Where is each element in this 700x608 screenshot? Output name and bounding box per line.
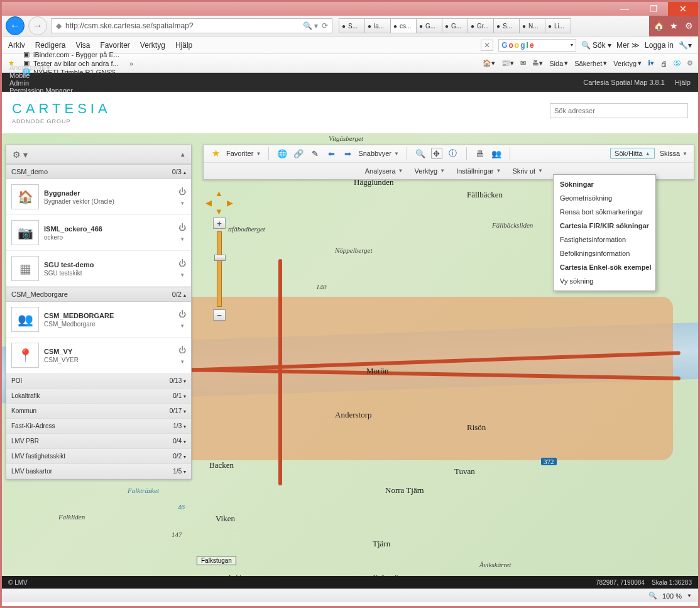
search-icon[interactable]: 🔍 xyxy=(303,21,312,30)
layer-group-collapsed[interactable]: LMV PBR0/4 ▾ xyxy=(6,434,191,449)
browser-tab[interactable]: ● N... xyxy=(519,18,545,33)
mail-tool-icon[interactable]: ✉ xyxy=(520,59,526,67)
gear-tool-icon[interactable]: ⚙ xyxy=(687,59,693,67)
power-icon[interactable]: ⏻ xyxy=(178,346,186,355)
browser-tab[interactable]: ● cs... xyxy=(390,18,417,33)
browser-tab[interactable]: ● la... xyxy=(364,18,391,33)
app-nav-item[interactable]: Ändra profil ▾ xyxy=(9,64,73,72)
chevron-down-icon[interactable]: ▾ xyxy=(181,236,184,242)
chevron-down-icon[interactable]: ▾ xyxy=(181,323,184,329)
window-close-button[interactable]: ✕ xyxy=(668,2,698,16)
power-icon[interactable]: ⏻ xyxy=(178,187,186,196)
security-tool[interactable]: Säkerhet ▾ xyxy=(574,59,607,67)
previous-extent-icon[interactable]: ⬅ xyxy=(325,148,337,159)
gear-icon[interactable]: ⚙ ▾ xyxy=(13,150,28,160)
link-icon[interactable]: 🔗 xyxy=(293,148,304,159)
refresh-icon[interactable]: ⟳ xyxy=(320,21,329,30)
layer-group-collapsed[interactable]: LMV fastighetsskikt0/2 ▾ xyxy=(6,449,191,464)
extra-tool-icon-1[interactable]: 🖨 xyxy=(660,60,667,67)
layer-item[interactable]: 🏠ByggnaderBygnader vektor (Oracle)⏻▾ xyxy=(6,179,191,215)
pan-up-icon[interactable]: ▲ xyxy=(215,189,223,198)
share-icon[interactable]: 👥 xyxy=(491,148,502,159)
layer-group-collapsed[interactable]: Kommun0/17 ▾ xyxy=(6,404,191,419)
help-tool-icon[interactable]: ℹ▾ xyxy=(648,59,654,67)
layer-group-header[interactable]: CSM_Medborgare0/2 ▴ xyxy=(6,287,191,302)
browser-menu-item[interactable]: Arkiv xyxy=(8,41,25,50)
zoom-icon[interactable]: 🔍 xyxy=(648,592,657,600)
dropdown-icon[interactable]: ▾ xyxy=(312,21,320,30)
skissa-menu[interactable]: Skissa ▼ xyxy=(660,150,687,157)
print-tool-icon[interactable]: 🖶▾ xyxy=(532,59,543,67)
crosshair-icon[interactable]: ✎ xyxy=(309,148,320,159)
layer-panel-header[interactable]: ⚙ ▾ ▴ xyxy=(6,145,191,164)
bookmark-item[interactable]: ▣iBinder.com - Bygger på E... xyxy=(22,50,123,59)
favoriter-menu[interactable]: Favoriter ▼ xyxy=(226,150,261,157)
forward-button[interactable]: → xyxy=(28,16,47,35)
layer-group-header[interactable]: CSM_demo0/3 ▴ xyxy=(6,164,191,179)
favorites-icon[interactable]: ★ xyxy=(668,20,679,31)
google-search-box[interactable]: Google ▾ xyxy=(498,39,576,52)
map-area[interactable]: VitgäsbergetHägglundenFällbäckenFällbäck… xyxy=(2,133,698,589)
zoom-in-button[interactable]: + xyxy=(213,218,226,229)
pan-down-icon[interactable]: ▼ xyxy=(215,207,223,216)
skype-tool-icon[interactable]: Ⓢ xyxy=(674,58,681,68)
chevron-down-icon[interactable]: ▾ xyxy=(181,200,184,206)
chevron-down-icon[interactable]: ▾ xyxy=(181,272,184,278)
globe-icon[interactable]: 🌐 xyxy=(276,148,288,159)
app-nav-item[interactable]: Mobile xyxy=(9,72,73,79)
pan-left-icon[interactable]: ◀ xyxy=(205,198,212,207)
browser-tab[interactable]: ● S... xyxy=(339,18,365,33)
info-tool-icon[interactable]: ⓘ xyxy=(447,148,459,159)
browser-menu-item[interactable]: Redigera xyxy=(35,41,66,50)
window-minimize-button[interactable]: — xyxy=(610,2,639,16)
browser-tab[interactable]: ● G... xyxy=(416,18,442,33)
layer-item[interactable]: ▦SGU test-demoSGU testskikt⏻▾ xyxy=(6,251,191,287)
browser-menu-item[interactable]: Hjälp xyxy=(175,41,192,50)
google-search-input[interactable] xyxy=(535,41,569,49)
window-maximize-button[interactable]: ❐ xyxy=(639,2,668,16)
home-icon[interactable]: 🏠 xyxy=(653,20,664,31)
browser-tab[interactable]: ● Gr... xyxy=(468,18,494,33)
zoom-slider-track[interactable] xyxy=(217,231,222,307)
print-icon[interactable]: 🖶 xyxy=(474,148,486,159)
power-icon[interactable]: ⏻ xyxy=(178,259,186,268)
browser-menu-item[interactable]: Verktyg xyxy=(140,41,165,50)
collapse-icon[interactable]: ▴ xyxy=(181,150,185,158)
close-toolbar-icon[interactable]: ✕ xyxy=(481,40,493,51)
google-login-button[interactable]: Logga in xyxy=(645,41,674,50)
chevron-down-icon[interactable]: ▾ xyxy=(181,358,184,365)
more-bookmarks-icon[interactable]: » xyxy=(129,60,133,67)
menu-item-befolkning[interactable]: Befolkningsinformation xyxy=(554,246,655,260)
power-icon[interactable]: ⏻ xyxy=(178,310,186,319)
zoom-slider-handle[interactable] xyxy=(214,255,226,261)
pan-tool-icon[interactable]: ✥ xyxy=(431,148,442,159)
menu-item-fastighet[interactable]: Fastighetsinformation xyxy=(554,233,655,246)
analysera-menu[interactable]: Analysera ▼ xyxy=(365,167,403,175)
address-search-input[interactable] xyxy=(550,103,688,118)
browser-tab[interactable]: ● S... xyxy=(493,18,520,33)
next-extent-icon[interactable]: ➡ xyxy=(342,148,353,159)
home-tool-icon[interactable]: 🏠▾ xyxy=(483,59,495,67)
installningar-menu[interactable]: Inställningar ▼ xyxy=(456,167,501,175)
browser-menu-item[interactable]: Favoriter xyxy=(101,41,130,50)
app-nav-item[interactable]: Admin xyxy=(9,79,73,87)
layer-item[interactable]: 📍CSM_VYCSM_VYER⏻▾ xyxy=(6,338,191,373)
layer-item[interactable]: 📷ISML_ockero_466ockero⏻▾ xyxy=(6,215,191,251)
menu-item-geometrisokning[interactable]: Geometrisökning xyxy=(554,191,655,205)
google-sok-button[interactable]: 🔍 Sök ▾ xyxy=(581,41,611,50)
verktyg-menu[interactable]: Verktyg ▼ xyxy=(415,167,446,175)
star-icon[interactable]: ★ xyxy=(210,148,221,159)
pan-control[interactable]: ▲ ▼ ◀ ▶ xyxy=(207,190,232,215)
layer-group-collapsed[interactable]: POI0/13 ▾ xyxy=(6,373,191,389)
menu-item-vysokning[interactable]: Vy sökning xyxy=(554,274,655,288)
page-tool[interactable]: Sida ▾ xyxy=(549,59,568,67)
wrench-icon[interactable]: 🔧▾ xyxy=(679,41,692,50)
pan-right-icon[interactable]: ▶ xyxy=(227,198,233,207)
app-help-link[interactable]: Hjälp xyxy=(675,79,691,86)
zoom-out-button[interactable]: − xyxy=(213,309,226,321)
zoom-search-icon[interactable]: 🔍 xyxy=(415,148,426,159)
browser-tab[interactable]: ● G... xyxy=(442,18,468,33)
back-button[interactable]: ← xyxy=(6,16,25,35)
address-bar[interactable]: ◆ http://csm.ske.cartesia.se/spatialmap?… xyxy=(51,18,332,33)
layer-group-collapsed[interactable]: LMV baskartor1/5 ▾ xyxy=(6,464,191,479)
